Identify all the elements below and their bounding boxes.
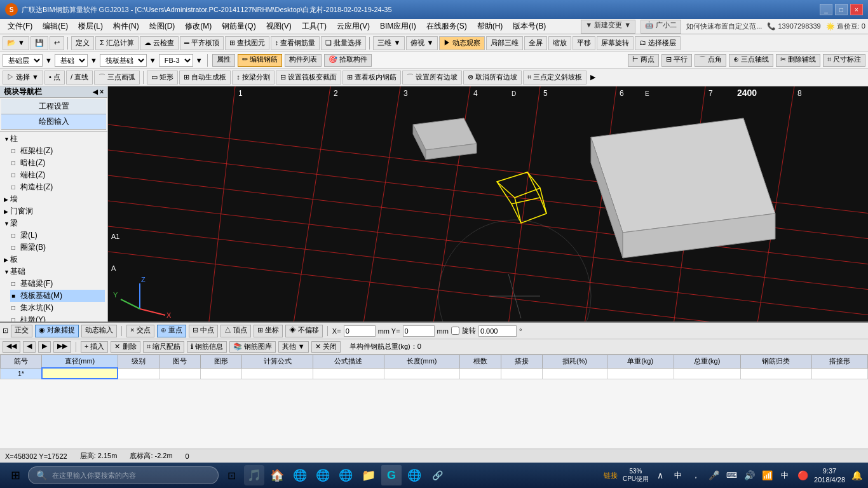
obj-snap-btn[interactable]: ◉ 对象捕捉 xyxy=(35,325,79,337)
local-3d-btn[interactable]: 局部三维 xyxy=(486,36,523,50)
titlebar-controls[interactable]: _ □ × xyxy=(820,4,863,15)
ortho-btn[interactable]: 正交 xyxy=(11,325,32,337)
x-input[interactable] xyxy=(344,325,376,337)
menu-help[interactable]: 帮助(H) xyxy=(472,20,508,33)
app1-icon[interactable]: 🎵 xyxy=(244,465,264,485)
tree-item-col-cap[interactable]: □ 柱墩(Y) xyxy=(10,314,105,322)
network-icon[interactable]: 📶 xyxy=(761,469,773,482)
top-view-btn[interactable]: 俯视 ▼ xyxy=(406,36,438,50)
batch-select-btn[interactable]: ❏ 批量选择 xyxy=(321,36,366,50)
tree-item-end-col[interactable]: □ 端柱(Z) xyxy=(10,169,105,181)
tree-item-found-beam[interactable]: □ 基础梁(F) xyxy=(10,278,105,290)
vertex-btn[interactable]: △ 顶点 xyxy=(220,325,251,337)
rebar-info-btn[interactable]: ℹ 钢筋信息 xyxy=(187,341,227,353)
parallel-btn[interactable]: ⊟ 平行 xyxy=(661,54,692,67)
rotate-btn[interactable]: 屏幕旋转 xyxy=(597,36,634,50)
point-tool[interactable]: • 点 xyxy=(44,71,65,85)
pan-btn[interactable]: 平移 xyxy=(573,36,595,50)
view-slab-rebar-btn[interactable]: ⊞ 查看板内钢筋 xyxy=(342,71,401,85)
notifications-icon[interactable]: 🔔 xyxy=(850,469,863,482)
app9-icon[interactable]: 🔗 xyxy=(427,465,447,485)
edit-rebar-btn[interactable]: ✏ 编辑钢筋 xyxy=(238,54,282,67)
menu-element[interactable]: 构件(N) xyxy=(108,20,144,33)
no-offset-btn[interactable]: ◈ 不偏移 xyxy=(285,325,323,337)
scale-rebar-btn[interactable]: ⌗ 缩尺配筋 xyxy=(143,341,184,353)
project-settings-btn[interactable]: 工程设置 xyxy=(1,99,106,114)
3d-btn[interactable]: 三维 ▼ xyxy=(373,36,405,50)
menu-modify[interactable]: 修改(M) xyxy=(180,20,217,33)
mic-icon[interactable]: 🎤 xyxy=(707,469,720,482)
cancel-all-slope-btn[interactable]: ⊗ 取消所有边坡 xyxy=(463,71,522,85)
dynamic-view-btn[interactable]: ▶ 动态观察 xyxy=(439,36,485,50)
dimension-btn[interactable]: ⌗ 尺寸标注 xyxy=(823,54,865,67)
dyn-input-btn[interactable]: 动态输入 xyxy=(81,325,117,337)
set-all-slope-btn[interactable]: ⌒ 设置所有边坡 xyxy=(402,71,462,85)
three-point-axis-btn[interactable]: ⊕ 三点轴线 xyxy=(729,54,773,67)
select-floor-btn[interactable]: 🗂 选择楼层 xyxy=(635,36,681,50)
property-btn[interactable]: 属性 xyxy=(212,54,235,67)
input-method-icon[interactable]: 中 xyxy=(672,469,684,482)
define-btn[interactable]: 定义 xyxy=(71,36,94,50)
angle-btn[interactable]: ⌒ 点角 xyxy=(695,54,726,67)
select-tool[interactable]: ▷ 选择 ▼ xyxy=(3,71,43,85)
coord-btn[interactable]: ⊞ 坐标 xyxy=(254,325,283,337)
cloud-check-btn[interactable]: ☁ 云检查 xyxy=(140,36,179,50)
calc-btn[interactable]: Σ 汇总计算 xyxy=(95,36,139,50)
subtype-select[interactable]: 筏板基础 xyxy=(100,54,147,67)
rebar-library-btn[interactable]: 📚 钢筋图库 xyxy=(229,341,276,353)
punctuation-icon[interactable]: ， xyxy=(689,469,702,482)
element-select[interactable]: FB-3 xyxy=(159,54,193,67)
tree-item-frame-col[interactable]: □ 框架柱(Z) xyxy=(10,145,105,157)
keyboard-icon[interactable]: ⌨ xyxy=(725,469,738,482)
find-elem-btn[interactable]: ⊞ 查找图元 xyxy=(225,36,269,50)
delete-btn[interactable]: ✕ 删除 xyxy=(111,341,140,353)
menu-file[interactable]: 文件(F) xyxy=(3,20,37,33)
split-by-beam-btn[interactable]: ↕ 按梁分割 xyxy=(232,71,275,85)
rotate-checkbox[interactable] xyxy=(451,327,459,335)
tree-item-struct-col[interactable]: □ 构造柱(Z) xyxy=(10,181,105,193)
element-list-btn[interactable]: 构件列表 xyxy=(285,54,322,67)
y-input[interactable] xyxy=(403,325,435,337)
close-button[interactable]: × xyxy=(850,4,863,15)
insert-btn[interactable]: + 插入 xyxy=(81,341,108,353)
maximize-button[interactable]: □ xyxy=(835,4,848,15)
gd-assistant-button[interactable]: 🤖 广小二 xyxy=(641,20,681,34)
menu-floor[interactable]: 楼层(L) xyxy=(73,20,108,33)
tree-item-raft[interactable]: ■ 筏板基础(M) xyxy=(10,290,105,302)
menu-online[interactable]: 在线服务(S) xyxy=(421,20,472,33)
tree-item-beam-l[interactable]: □ 梁(L) xyxy=(10,229,105,241)
type-select[interactable]: 基础 xyxy=(55,54,88,67)
tree-item-ring-beam[interactable]: □ 圈梁(B) xyxy=(10,241,105,254)
auto-gen-slab-btn[interactable]: ⊞ 自动生成板 xyxy=(179,71,231,85)
app4-icon[interactable]: 🌐 xyxy=(313,465,333,485)
last-nav-btn[interactable]: ▶▶ xyxy=(53,341,71,353)
speaker-icon[interactable]: 🔊 xyxy=(743,469,756,482)
tree-item-column[interactable]: ▼ 柱 xyxy=(3,133,105,145)
draw-input-btn[interactable]: 绘图输入 xyxy=(1,114,106,130)
app7-icon[interactable]: G xyxy=(381,465,402,485)
prev-nav-btn[interactable]: ◀ xyxy=(23,341,36,353)
open-btn[interactable]: 📂 ▼ xyxy=(3,36,29,50)
ime-icon[interactable]: 中 xyxy=(778,469,791,482)
app2-icon[interactable]: 🏠 xyxy=(267,465,287,485)
midpoint-btn[interactable]: ⊟ 中点 xyxy=(189,325,218,337)
tree-item-sump[interactable]: □ 集水坑(K) xyxy=(10,302,105,314)
app6-icon[interactable]: 📁 xyxy=(358,465,379,485)
tree-item-foundation[interactable]: ▼ 基础 xyxy=(3,266,105,278)
intersect-btn[interactable]: × 交点 xyxy=(126,325,154,337)
midpoint-btn2[interactable]: ⊕ 重点 xyxy=(157,325,186,337)
rotate-input[interactable] xyxy=(478,325,517,337)
taskview-button[interactable]: ⊡ xyxy=(221,465,241,485)
tree-item-slab[interactable]: ▶ 板 xyxy=(3,254,105,266)
canvas-area[interactable]: 1 2 3 4 D 5 6 7 E 8 2400 A1 A xyxy=(108,86,868,322)
ime-app-icon[interactable]: 🔴 xyxy=(796,469,809,482)
tray-icon-1[interactable]: ∧ xyxy=(654,469,667,482)
delete-aux-btn[interactable]: ✂ 删除辅线 xyxy=(776,54,820,67)
menu-tools[interactable]: 工具(T) xyxy=(297,20,332,33)
other-btn[interactable]: 其他 ▼ xyxy=(278,341,309,353)
app3-icon[interactable]: 🌐 xyxy=(290,465,310,485)
tree-item-dark-col[interactable]: □ 暗柱(Z) xyxy=(10,157,105,169)
start-button[interactable]: ⊞ xyxy=(5,465,25,485)
set-slab-section-btn[interactable]: ⊟ 设置筏板变截面 xyxy=(276,71,341,85)
three-point-slope-btn[interactable]: ⌗ 三点定义斜坡板 xyxy=(523,71,587,85)
